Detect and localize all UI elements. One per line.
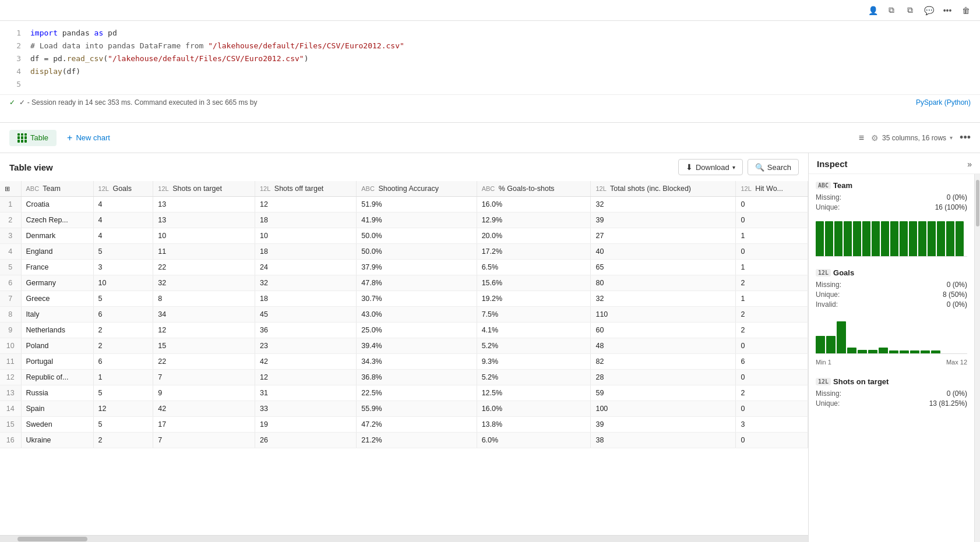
goals-bar-chart <box>816 313 967 354</box>
table-cell: 47.8% <box>357 275 477 291</box>
table-cell: 11 <box>153 244 255 260</box>
row-number: 13 <box>0 385 21 401</box>
table-settings-icon[interactable]: ⊞ <box>5 185 10 192</box>
table-cell: France <box>21 260 93 275</box>
goals-max: Max 12 <box>946 359 967 366</box>
table-cell: 28 <box>591 370 736 385</box>
table-row[interactable]: 5France3222437.9%6.5%651 <box>0 260 808 275</box>
table-cell: 3 <box>736 417 808 433</box>
columns-info: ⚙ 35 columns, 16 rows ▾ <box>871 133 953 143</box>
table-cell: 10 <box>255 228 356 244</box>
col-header-goals[interactable]: 12L Goals <box>93 181 153 197</box>
table-cell: 2 <box>736 307 808 323</box>
inspect-section-goals-title: 12L Goals <box>816 268 967 277</box>
table-row[interactable]: 7Greece581830.7%19.2%321 <box>0 291 808 307</box>
new-chart-button[interactable]: + New chart <box>59 129 118 147</box>
scrollbar-thumb[interactable] <box>17 537 87 541</box>
goals-min: Min 1 <box>816 359 831 366</box>
inspect-scrollbar[interactable] <box>974 174 980 542</box>
table-row[interactable]: 3Denmark4101050.0%20.0%271 <box>0 228 808 244</box>
col-header-shooting-acc[interactable]: ABC Shooting Accuracy <box>357 181 477 197</box>
download-button[interactable]: ⬇ Download ▾ <box>678 159 743 175</box>
table-cell: 80 <box>591 275 736 291</box>
inspect-scrollbar-thumb[interactable] <box>976 180 979 226</box>
table-tab[interactable]: Table <box>9 130 57 146</box>
table-cell: 1 <box>736 291 808 307</box>
table-row[interactable]: 8Italy6344543.0%7.5%1102 <box>0 307 808 323</box>
table-row[interactable]: 4England5111850.0%17.2%400 <box>0 244 808 260</box>
table-cell: 15 <box>153 338 255 354</box>
table-cell: 55.9% <box>357 401 477 417</box>
table-cell: 4 <box>93 197 153 212</box>
table-cell: 51.9% <box>357 197 477 212</box>
download-icon: ⬇ <box>686 162 693 172</box>
table-tab-label: Table <box>30 133 48 142</box>
table-cell: 50.0% <box>357 228 477 244</box>
table-cell: 0 <box>736 433 808 448</box>
table-cell: 2 <box>736 275 808 291</box>
table-row[interactable]: 10Poland2152339.4%5.2%480 <box>0 338 808 354</box>
col-header-hit-wo[interactable]: 12L Hit Wo... <box>736 181 808 197</box>
table-cell: 36 <box>255 323 356 338</box>
table-cell: 6 <box>93 307 153 323</box>
col-header-team[interactable]: ABC Team <box>21 181 93 197</box>
table-cell: Denmark <box>21 228 93 244</box>
expand-icon[interactable]: » <box>967 160 972 169</box>
table-row[interactable]: 9Netherlands2123625.0%4.1%602 <box>0 323 808 338</box>
table-row[interactable]: 16Ukraine272621.2%6.0%380 <box>0 433 808 448</box>
table-row[interactable]: 13Russia593122.5%12.5%592 <box>0 385 808 401</box>
delete-icon[interactable]: 🗑 <box>959 3 973 17</box>
table-row[interactable]: 2Czech Rep...4131841.9%12.9%390 <box>0 212 808 228</box>
col-header-goals-to-shots[interactable]: ABC % Goals-to-shots <box>477 181 591 197</box>
table-cell: 5 <box>93 385 153 401</box>
row-number: 2 <box>0 212 21 228</box>
runtime-label[interactable]: PySpark (Python) <box>916 98 971 107</box>
table-cell: 1 <box>736 260 808 275</box>
table-cell: 6 <box>736 354 808 370</box>
data-table-wrapper[interactable]: ⊞ ABC Team 12L Goals 12L Shots on target… <box>0 181 808 535</box>
col-header-shots-on[interactable]: 12L Shots on target <box>153 181 255 197</box>
more-options-button[interactable]: ••• <box>960 132 971 144</box>
table-cell: 4 <box>93 212 153 228</box>
status-text: ✓ ✓ - Session ready in 14 sec 353 ms. Co… <box>9 98 258 107</box>
col-header-total-shots[interactable]: 12L Total shots (inc. Blocked) <box>591 181 736 197</box>
dropdown-icon[interactable]: ▾ <box>950 134 953 141</box>
table-cell: 13 <box>153 197 255 212</box>
table-row[interactable]: 12Republic of...171236.8%5.2%280 <box>0 370 808 385</box>
row-number: 11 <box>0 354 21 370</box>
inspect-section-goals: 12L Goals Missing: 0 (0%) Unique: 8 (50%… <box>816 268 967 366</box>
copy-icon[interactable]: ⧉ <box>903 3 917 17</box>
table-cell: 34.3% <box>357 354 477 370</box>
table-row[interactable]: 1Croatia4131251.9%16.0%320 <box>0 197 808 212</box>
table-cell: 48 <box>591 338 736 354</box>
download-label: Download <box>696 163 729 172</box>
table-cell: Netherlands <box>21 323 93 338</box>
table-cell: Greece <box>21 291 93 307</box>
table-cell: Italy <box>21 307 93 323</box>
display-icon[interactable]: ⧉ <box>884 3 898 17</box>
table-row[interactable]: 11Portugal6224234.3%9.3%826 <box>0 354 808 370</box>
table-cell: 17.2% <box>477 244 591 260</box>
more-icon[interactable]: ••• <box>940 3 954 17</box>
table-row[interactable]: 14Spain12423355.9%16.0%1000 <box>0 401 808 417</box>
table-cell: 2 <box>93 433 153 448</box>
search-button[interactable]: 🔍 Search <box>748 159 799 175</box>
table-cell: 12 <box>255 370 356 385</box>
table-cell: 45 <box>255 307 356 323</box>
table-row[interactable]: 15Sweden5171947.2%13.8%393 <box>0 417 808 433</box>
view-toolbar: Table + New chart ≡ ⚙ 35 columns, 16 row… <box>0 123 980 153</box>
table-cell: 33 <box>255 401 356 417</box>
filter-icon[interactable]: ≡ <box>859 133 864 143</box>
table-cell: 41.9% <box>357 212 477 228</box>
user-icon[interactable]: 👤 <box>866 3 880 17</box>
col-header-shots-off[interactable]: 12L Shots off target <box>255 181 356 197</box>
table-cell: 9 <box>153 385 255 401</box>
table-cell: 12.5% <box>477 385 591 401</box>
code-line-3: 3 df = pd.read_csv("/lakehouse/default/F… <box>9 52 971 65</box>
horizontal-scrollbar[interactable] <box>0 535 808 542</box>
table-grid-icon <box>17 133 27 143</box>
table-row[interactable]: 6Germany10323247.8%15.6%802 <box>0 275 808 291</box>
comment-icon[interactable]: 💬 <box>922 3 936 17</box>
table-cell: 0 <box>736 370 808 385</box>
table-cell: Germany <box>21 275 93 291</box>
